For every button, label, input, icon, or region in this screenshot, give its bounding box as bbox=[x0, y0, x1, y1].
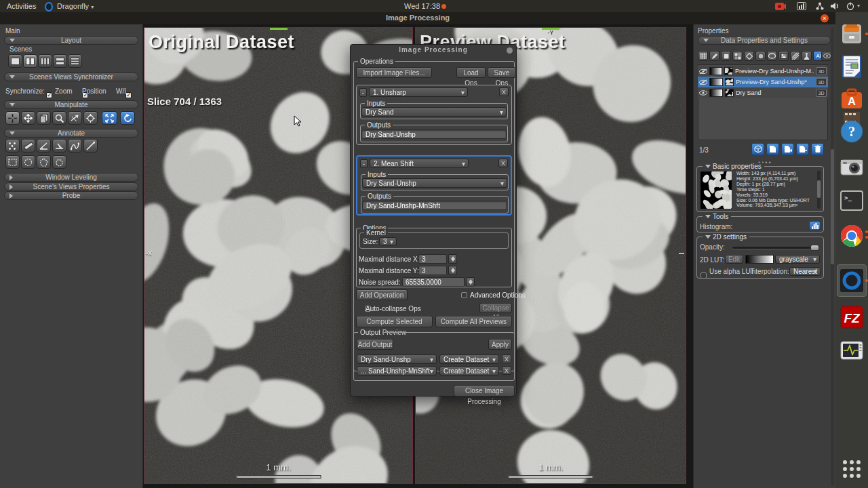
save-ops-button[interactable]: Save Ops bbox=[488, 67, 516, 78]
ubuntu-software-icon[interactable]: A bbox=[840, 87, 864, 111]
libreoffice-writer-icon[interactable] bbox=[840, 54, 864, 79]
layout-three-rows-button[interactable] bbox=[68, 54, 82, 68]
noise-spread-field[interactable]: 65535.0000 bbox=[402, 277, 465, 287]
filter-square-icon[interactable] bbox=[721, 51, 731, 61]
section-header-probe[interactable]: Probe bbox=[4, 191, 138, 200]
app-menu[interactable]: Dragonfly ▾ bbox=[57, 1, 94, 11]
section-header-annotate[interactable]: Annotate bbox=[4, 129, 138, 138]
filter-flask-icon[interactable] bbox=[802, 51, 812, 61]
ruler-tool-button[interactable] bbox=[21, 139, 35, 152]
panel-tab-main[interactable]: Main bbox=[5, 27, 20, 35]
angle2-tool-button[interactable] bbox=[52, 139, 66, 152]
clock[interactable]: Wed 17:38 bbox=[404, 1, 440, 11]
collapse-operation-button[interactable]: - bbox=[359, 88, 367, 97]
kernel-size-dropdown[interactable]: 3 bbox=[379, 237, 397, 246]
noise-spread-spinner[interactable] bbox=[466, 277, 475, 287]
operation-2-output-field[interactable]: Dry Sand-Unshp-MnShft bbox=[362, 201, 507, 210]
max-distance-y-spinner[interactable] bbox=[448, 266, 457, 275]
filter-multi-roi-icon[interactable] bbox=[732, 51, 743, 61]
section-header-data-properties[interactable]: Data Properties and Settings bbox=[698, 36, 831, 45]
system-monitor-app-icon[interactable] bbox=[840, 340, 864, 361]
apply-button[interactable]: Apply bbox=[488, 339, 512, 350]
filter-ellipse-icon[interactable] bbox=[767, 51, 777, 61]
filter-mesh-icon[interactable] bbox=[744, 51, 754, 61]
remove-operation-button[interactable]: X bbox=[498, 159, 508, 167]
camera-app-icon[interactable] bbox=[840, 156, 864, 180]
operation-1-output-field[interactable]: Dry Sand-Unshp bbox=[361, 129, 507, 139]
close-image-processing-button[interactable]: Close Image Processing bbox=[454, 385, 515, 396]
operation-2-type-dropdown[interactable]: 2. Mean Shift bbox=[370, 159, 469, 168]
opacity-slider-handle[interactable] bbox=[810, 245, 819, 251]
advanced-options-checkbox[interactable] bbox=[461, 292, 467, 298]
max-distance-y-field[interactable]: 3 bbox=[418, 266, 447, 275]
output-dataset-dropdown[interactable]: ... Sand-Unshp-MnShft bbox=[357, 366, 437, 375]
dataset-row-preview-mnshft[interactable]: Preview-Dry Sand-Unshp-M... 3D bbox=[698, 66, 828, 77]
chrome-app-icon[interactable] bbox=[840, 224, 864, 248]
lut-dropdown[interactable]: grayscale bbox=[775, 255, 820, 264]
collapse-operation-button[interactable]: - bbox=[360, 159, 368, 168]
operation-1-type-dropdown[interactable]: 1. Unsharp bbox=[369, 87, 468, 97]
dragonfly-app-dock-icon[interactable] bbox=[840, 268, 864, 293]
circle-roi-button[interactable] bbox=[21, 155, 35, 169]
section-header-scenes-views-synchronizer[interactable]: Scenes Views Synchronizer bbox=[4, 73, 138, 81]
remove-output-button[interactable]: X bbox=[502, 354, 511, 363]
lut-edit-button[interactable]: Edit bbox=[725, 255, 743, 264]
volume-icon[interactable] bbox=[831, 2, 840, 12]
activities-button[interactable]: Activities bbox=[7, 1, 36, 11]
operation-2-input-dropdown[interactable]: Dry Sand-Unshp bbox=[362, 178, 507, 188]
filter-image-icon[interactable] bbox=[778, 51, 789, 61]
use-alpha-lut-checkbox[interactable] bbox=[701, 272, 707, 279]
files-app-icon[interactable] bbox=[840, 22, 864, 46]
sync-zoom-checkbox[interactable] bbox=[46, 92, 52, 98]
dialog-title[interactable]: Image Processing bbox=[351, 45, 516, 56]
compute-selected-preview-button[interactable]: Compute Selected Preview bbox=[356, 316, 433, 327]
fit-to-view-button[interactable] bbox=[102, 111, 117, 125]
slice-page-tool-button[interactable] bbox=[37, 111, 51, 125]
histogram-button[interactable] bbox=[809, 221, 821, 230]
filter-hatch-icon[interactable] bbox=[790, 51, 800, 61]
collapse-all-button[interactable]: Collapse All bbox=[479, 303, 512, 313]
eye-off-icon[interactable] bbox=[699, 68, 707, 75]
section-header-manipulate[interactable]: Manipulate bbox=[4, 100, 138, 109]
interpolation-dropdown[interactable]: Nearest bbox=[789, 267, 821, 276]
section-header-window-leveling[interactable]: Window Leveling bbox=[4, 173, 138, 182]
system-monitor-indicator-icon[interactable] bbox=[797, 2, 806, 12]
import-image-files-button[interactable]: Import Image Files... bbox=[356, 67, 432, 78]
compute-all-previews-button[interactable]: Compute All Previews bbox=[435, 316, 512, 327]
eye-on-icon[interactable] bbox=[699, 90, 707, 96]
pan-tool-button[interactable] bbox=[21, 111, 35, 125]
load-ops-button[interactable]: Load Ops bbox=[456, 67, 486, 78]
panel-scrollbar[interactable] bbox=[831, 27, 834, 485]
layout-two-rows-button[interactable] bbox=[53, 54, 67, 68]
screen-record-icon[interactable] bbox=[775, 3, 786, 12]
filter-circle-icon[interactable] bbox=[755, 51, 766, 61]
target-tool-button[interactable] bbox=[83, 111, 98, 125]
angle-tool-button[interactable] bbox=[37, 139, 51, 152]
window-close-button[interactable]: × bbox=[821, 14, 829, 22]
rectangle-roi-button[interactable] bbox=[5, 155, 20, 169]
help-app-icon[interactable]: ? bbox=[840, 119, 864, 144]
crosshair-tool-button[interactable] bbox=[5, 111, 20, 125]
line-annotation-button[interactable] bbox=[83, 139, 98, 152]
path-annotation-button[interactable] bbox=[68, 139, 82, 152]
remove-output-button[interactable]: X bbox=[502, 366, 511, 375]
dataset-row-preview-unshp[interactable]: Preview-Dry Sand-Unshp* 3D bbox=[698, 77, 828, 87]
chevron-down-icon[interactable]: ▾ bbox=[857, 1, 860, 11]
layout-two-columns-button[interactable] bbox=[23, 54, 37, 68]
export-dataset-button[interactable] bbox=[781, 143, 794, 155]
opacity-slider[interactable] bbox=[732, 247, 819, 249]
layout-single-button[interactable] bbox=[8, 54, 22, 68]
show-applications-icon[interactable] bbox=[840, 457, 864, 481]
remove-operation-button[interactable]: X bbox=[499, 87, 509, 96]
delete-dataset-button[interactable] bbox=[811, 143, 824, 155]
output-dataset-dropdown[interactable]: Dry Sand-Unshp bbox=[357, 354, 437, 364]
info-scrollbar[interactable] bbox=[817, 171, 821, 209]
add-output-button[interactable]: Add Output bbox=[357, 339, 393, 350]
terminal-app-icon[interactable]: >_ bbox=[840, 190, 864, 214]
output-action-dropdown[interactable]: Create Dataset bbox=[439, 354, 499, 364]
max-distance-x-spinner[interactable] bbox=[448, 254, 457, 264]
zoom-tool-button[interactable] bbox=[52, 111, 66, 125]
section-header-scene-views-properties[interactable]: Scene's Views Properties bbox=[4, 182, 138, 191]
add-operation-button[interactable]: Add Operation bbox=[356, 289, 408, 300]
filezilla-app-icon[interactable]: FZ bbox=[840, 305, 864, 329]
